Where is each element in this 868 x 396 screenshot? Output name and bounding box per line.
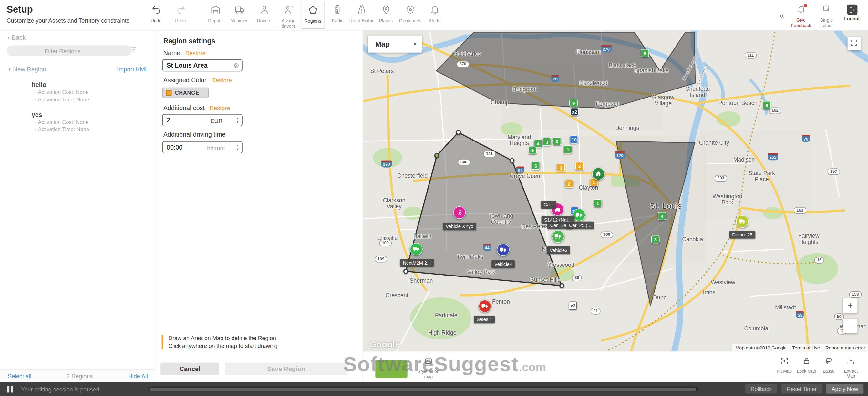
truck-marker[interactable] [410, 243, 423, 255]
lasso-button[interactable]: Lasso [818, 357, 839, 379]
cost-value[interactable]: 2 [166, 117, 170, 124]
change-color-button[interactable]: CHANGE [162, 88, 209, 98]
map-type-selector[interactable]: Map ▾ [368, 35, 422, 53]
save-region-button[interactable]: Save Region [225, 363, 348, 375]
zoom-out-button[interactable]: − [843, 319, 858, 333]
region-name[interactable]: yes [32, 112, 156, 118]
pause-button[interactable] [7, 386, 15, 393]
scrollbar-thumb[interactable] [150, 387, 696, 391]
time-value[interactable]: 00:00 [166, 144, 182, 151]
tab-geofences[interactable]: Geofences [398, 2, 423, 29]
home-marker[interactable] [592, 167, 604, 180]
import-kml-link[interactable]: Import KML [117, 66, 148, 73]
hide-all-link[interactable]: Hide All [128, 373, 148, 379]
filter-icon[interactable] [129, 46, 137, 56]
map-place-label: Dupo [653, 295, 666, 301]
stop-cluster-marker[interactable]: x2 [569, 301, 578, 310]
fit-map-button[interactable]: Fit Map [774, 357, 795, 379]
stop-cluster-marker[interactable]: 1 [564, 145, 572, 154]
vehicle-label: Vehicle4 [492, 260, 515, 268]
redo-button[interactable]: Redo [168, 2, 192, 29]
stop-cluster-marker[interactable]: 8 [641, 49, 649, 58]
green-highlight-button[interactable] [375, 361, 407, 378]
region-list-item[interactable]: hello Activation Cost: None Activation T… [0, 82, 156, 102]
truck-marker[interactable] [497, 243, 509, 256]
polygon-vertex-handle[interactable] [456, 130, 461, 135]
tab-assign-drivers[interactable]: Assign drivers [276, 2, 300, 29]
style-all-on-map-button[interactable]: Style all on map [415, 357, 442, 379]
tab-drivers[interactable]: Drivers [252, 2, 276, 29]
collapse-panel-button[interactable]: « [775, 2, 788, 29]
truck-icon [235, 4, 245, 17]
cost-stepper[interactable]: ▴▾ [233, 115, 242, 126]
stop-cluster-marker[interactable]: 2 [553, 137, 561, 145]
zoom-in-button[interactable]: + [843, 299, 858, 313]
back-link[interactable]: ‹ Back [8, 34, 26, 41]
time-stepper[interactable]: ▴▾ [233, 142, 242, 153]
give-feedback-button[interactable]: Give Feedback [788, 2, 814, 28]
traffic-light-icon [332, 4, 343, 17]
stop-cluster-marker[interactable]: 4 [534, 139, 542, 148]
truck-marker[interactable] [736, 215, 748, 228]
region-name-input[interactable] [163, 60, 228, 71]
terms-of-use-link[interactable]: Terms of Use [792, 345, 820, 351]
undo-button[interactable]: Undo [144, 2, 168, 29]
fullscreen-button[interactable] [848, 37, 861, 51]
driving-time-field[interactable]: 00:00 hh:mm ▴▾ [162, 141, 243, 153]
reset-timer-button[interactable]: Reset Timer [781, 384, 822, 394]
road-shield: 340 [458, 159, 470, 166]
stop-cluster-marker[interactable]: 3 [557, 164, 565, 172]
walker-marker[interactable] [453, 206, 466, 219]
stop-cluster-marker[interactable]: 10 [569, 135, 578, 144]
report-map-error-link[interactable]: Report a map error [826, 345, 865, 351]
truck-marker[interactable] [552, 230, 564, 243]
polygon-vertex-handle[interactable] [403, 269, 408, 274]
stop-cluster-marker[interactable]: 3 [651, 235, 660, 244]
restore-cost-link[interactable]: Restore [210, 105, 230, 112]
map-place-label: Black Jack [609, 63, 636, 69]
stop-cluster-marker[interactable]: 2 [576, 162, 584, 170]
stop-cluster-marker[interactable]: 2 [565, 180, 573, 188]
apply-now-button[interactable]: Apply Now [826, 384, 864, 394]
color-label-row: Assigned Color Restore [163, 77, 232, 84]
tab-vehicles[interactable]: Vehicles [228, 2, 252, 29]
logout-button[interactable]: Logout [839, 2, 865, 22]
lock-map-button[interactable]: Lock Map [796, 357, 817, 379]
google-logo[interactable]: Google [370, 339, 400, 349]
tab-traffic[interactable]: Traffic [325, 2, 349, 29]
new-region-link[interactable]: + New Region [8, 66, 46, 73]
polygon-vertex-handle[interactable] [509, 158, 515, 163]
polygon-vertex-handle[interactable] [434, 153, 439, 158]
filter-regions-input[interactable] [7, 45, 132, 56]
restore-color-link[interactable]: Restore [212, 77, 232, 84]
tab-regions[interactable]: Regions [301, 2, 325, 29]
truck-marker[interactable] [478, 300, 491, 312]
tab-places[interactable]: Places [374, 2, 398, 29]
tab-road-editor[interactable]: Road Editor [349, 2, 374, 29]
tab-depots[interactable]: Depots [203, 2, 227, 29]
single-select-button[interactable]: Single select [814, 2, 839, 28]
map-overlay-layer: St PetersSt CharlesFlorissantBlack JackS… [363, 30, 868, 352]
polygon-vertex-handle[interactable] [559, 283, 564, 288]
stop-cluster-marker[interactable]: 4 [658, 212, 666, 220]
map-canvas[interactable]: St PetersSt CharlesFlorissantBlack JackS… [363, 30, 868, 352]
stop-cluster-marker[interactable]: 9 [569, 99, 578, 107]
stop-cluster-marker[interactable]: 6 [763, 101, 771, 110]
extract-map-button[interactable]: Extract Map [840, 357, 861, 379]
select-all-link[interactable]: Select all [8, 373, 31, 379]
stop-cluster-marker[interactable]: 6 [532, 161, 540, 170]
cancel-button[interactable]: Cancel [160, 363, 219, 375]
restore-name-link[interactable]: Restore [185, 50, 206, 57]
region-name-field[interactable]: ⊗ [162, 59, 243, 71]
region-name[interactable]: hello [32, 82, 156, 88]
tab-alerts[interactable]: Alerts [423, 2, 446, 29]
session-timeline-scrollbar[interactable] [148, 387, 699, 392]
rollback-button[interactable]: Rollback [745, 384, 777, 394]
stop-cluster-marker[interactable]: x2 [570, 108, 579, 116]
additional-cost-field[interactable]: 2 EUR ▴▾ [162, 114, 243, 126]
region-list-item[interactable]: yes Activation Cost: None Activation Tim… [0, 112, 156, 132]
stop-cluster-marker[interactable]: 3 [543, 138, 551, 146]
clear-name-icon[interactable]: ⊗ [234, 61, 239, 69]
map-place-label: St. Louis [650, 202, 682, 210]
stop-cluster-marker[interactable]: 1 [594, 199, 602, 207]
